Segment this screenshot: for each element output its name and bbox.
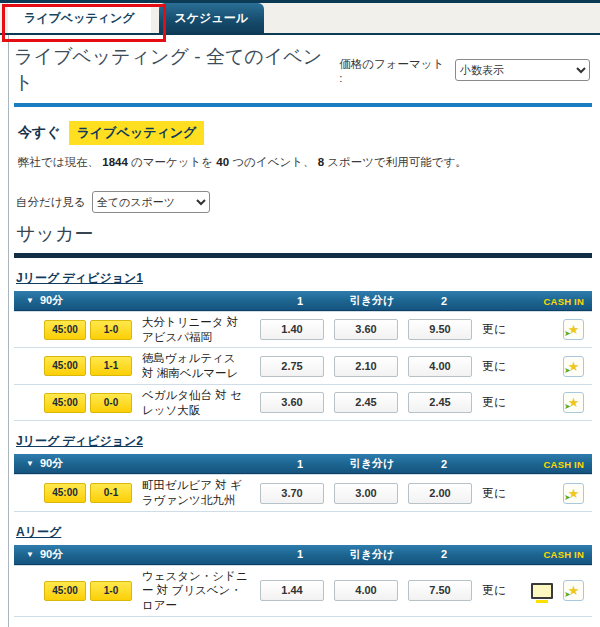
team-names: 町田ゼルビア 対 ギラヴァンツ北九州 — [142, 478, 250, 507]
green-arrow-icon: ➤ — [564, 591, 571, 599]
cash-in-label: CASH IN — [544, 296, 584, 307]
event-row: 45:000-0ベガルタ仙台 対 セレッソ大阪3.602.452.45更に★➤ — [14, 385, 592, 421]
cash-in-star-icon[interactable]: ★➤ — [563, 580, 584, 601]
price-format-select[interactable]: 小数表示 — [455, 59, 590, 81]
sport-heading: サッカー — [16, 221, 592, 247]
period-label: 90分 — [40, 456, 63, 471]
league-link[interactable]: Jリーグ ディビジョン2 — [16, 433, 143, 450]
odds-away-button[interactable]: 9.50 — [408, 319, 472, 340]
league-section: Jリーグ ディビジョン1▼90分1引き分け2CASH IN45:001-0大分ト… — [14, 266, 592, 421]
live-betting-button[interactable]: ライブベッティング — [69, 121, 205, 145]
column-header-draw: 引き分け — [336, 547, 408, 562]
team-names: 大分トリニータ 対 アビスパ福岡 — [142, 315, 250, 344]
column-header-home: 1 — [264, 548, 336, 560]
tab-schedule[interactable]: スケジュール — [159, 3, 264, 33]
row-icons: ★➤ — [522, 319, 592, 340]
sport-filter-select[interactable]: 全てのスポーツ — [92, 191, 210, 213]
cash-in-star-icon[interactable]: ★➤ — [563, 392, 584, 413]
sport-filter: 自分だけ見る 全てのスポーツ — [16, 191, 592, 213]
league-link[interactable]: Jリーグ ディビジョン1 — [16, 270, 143, 287]
score-badge: 1-1 — [90, 356, 132, 376]
odds-draw-button[interactable]: 3.60 — [334, 319, 398, 340]
page-header: ライブベッティング - 全てのイベント 価格のフォーマット : 小数表示 — [14, 35, 592, 103]
odds-home-button[interactable]: 3.60 — [260, 392, 324, 413]
team-names: ベガルタ仙台 対 セレッソ大阪 — [142, 388, 250, 417]
price-format-control: 価格のフォーマット : 小数表示 — [339, 57, 590, 84]
collapse-caret-icon[interactable]: ▼ — [26, 296, 34, 305]
score-badge: 1-0 — [90, 320, 132, 340]
row-icons: ★➤ — [522, 356, 592, 377]
collapse-caret-icon[interactable]: ▼ — [26, 550, 34, 559]
now-label: 今すぐ — [18, 124, 61, 142]
main-content: ライブベッティング - 全てのイベント 価格のフォーマット : 小数表示 今すぐ… — [8, 35, 592, 627]
sport-filter-label: 自分だけ見る — [16, 195, 86, 210]
green-arrow-icon: ➤ — [564, 367, 571, 375]
column-header-draw: 引き分け — [336, 293, 408, 308]
match-time-badge: 45:00 — [44, 320, 86, 340]
more-markets-link[interactable]: 更に — [482, 321, 522, 338]
market-header-bar: ▼90分1引き分け2CASH IN — [14, 291, 592, 311]
tab-live-betting[interactable]: ライブベッティング — [8, 3, 151, 33]
cash-in-star-icon[interactable]: ★➤ — [563, 483, 584, 504]
more-markets-link[interactable]: 更に — [482, 485, 522, 502]
sport-divider — [14, 253, 592, 258]
green-arrow-icon: ➤ — [564, 494, 571, 502]
odds-away-button[interactable]: 2.00 — [408, 483, 472, 504]
odds-draw-button[interactable]: 4.00 — [334, 580, 398, 601]
row-icons: ★➤ — [522, 483, 592, 504]
cash-in-star-icon[interactable]: ★➤ — [563, 356, 584, 377]
odds-away-button[interactable]: 4.00 — [408, 356, 472, 377]
cash-in-label: CASH IN — [544, 459, 584, 470]
odds-home-button[interactable]: 1.44 — [260, 580, 324, 601]
market-header-bar: ▼90分1引き分け2CASH IN — [14, 454, 592, 474]
score-badge: 0-0 — [90, 393, 132, 413]
league-section: Jリーグ ディビジョン2▼90分1引き分け2CASH IN45:000-1町田ゼ… — [14, 429, 592, 511]
more-markets-link[interactable]: 更に — [482, 358, 522, 375]
league-link[interactable]: Aリーグ — [16, 524, 61, 541]
green-arrow-icon: ➤ — [564, 403, 571, 411]
team-names: ウェスタン・シドニー 対 ブリスベン・ロアー — [142, 569, 250, 613]
odds-draw-button[interactable]: 2.10 — [334, 356, 398, 377]
page-title: ライブベッティング - 全てのイベント — [14, 44, 339, 96]
column-header-home: 1 — [264, 295, 336, 307]
score-badge: 1-0 — [90, 581, 132, 601]
match-time-badge: 45:00 — [44, 581, 86, 601]
odds-away-button[interactable]: 2.45 — [408, 392, 472, 413]
team-names: 徳島ヴォルティス 対 湘南ベルマーレ — [142, 351, 250, 380]
column-header-away: 2 — [408, 295, 480, 307]
odds-home-button[interactable]: 3.70 — [260, 483, 324, 504]
column-header-away: 2 — [408, 548, 480, 560]
tab-strip: ライブベッティング スケジュール — [0, 3, 600, 33]
markets-count: 1844 — [102, 156, 128, 168]
match-time-badge: 45:00 — [44, 356, 86, 376]
odds-home-button[interactable]: 2.75 — [260, 356, 324, 377]
cash-in-star-icon[interactable]: ★➤ — [563, 319, 584, 340]
event-rows: 45:001-0大分トリニータ 対 アビスパ福岡1.403.609.50更に★➤… — [14, 311, 592, 421]
promo-row: 今すぐ ライブベッティング — [18, 121, 592, 145]
odds-away-button[interactable]: 7.50 — [408, 580, 472, 601]
column-header-home: 1 — [264, 458, 336, 470]
row-icons: ★➤ — [522, 580, 592, 601]
event-rows: 45:000-1町田ゼルビア 対 ギラヴァンツ北九州3.703.002.00更に… — [14, 474, 592, 511]
score-badge: 0-1 — [90, 483, 132, 503]
price-format-label: 価格のフォーマット : — [339, 57, 450, 84]
more-markets-link[interactable]: 更に — [482, 582, 522, 599]
odds-draw-button[interactable]: 2.45 — [334, 392, 398, 413]
cash-in-zone: CASH IN — [480, 295, 592, 307]
event-row: 45:001-1徳島ヴォルティス 対 湘南ベルマーレ2.752.104.00更に… — [14, 348, 592, 384]
odds-draw-button[interactable]: 3.00 — [334, 483, 398, 504]
collapse-caret-icon[interactable]: ▼ — [26, 459, 34, 468]
column-header-draw: 引き分け — [336, 456, 408, 471]
live-stream-icon[interactable] — [531, 583, 553, 599]
odds-home-button[interactable]: 1.40 — [260, 319, 324, 340]
period-label: 90分 — [40, 293, 63, 308]
league-sections: Jリーグ ディビジョン1▼90分1引き分け2CASH IN45:001-0大分ト… — [14, 266, 592, 627]
events-count: 40 — [216, 156, 229, 168]
event-rows: 45:001-0ウェスタン・シドニー 対 ブリスベン・ロアー1.444.007.… — [14, 565, 592, 617]
cash-in-zone: CASH IN — [480, 548, 592, 560]
column-header-away: 2 — [408, 458, 480, 470]
match-time-badge: 45:00 — [44, 393, 86, 413]
blue-divider — [14, 103, 592, 107]
more-markets-link[interactable]: 更に — [482, 394, 522, 411]
event-row: 45:001-0ウェスタン・シドニー 対 ブリスベン・ロアー1.444.007.… — [14, 565, 592, 617]
